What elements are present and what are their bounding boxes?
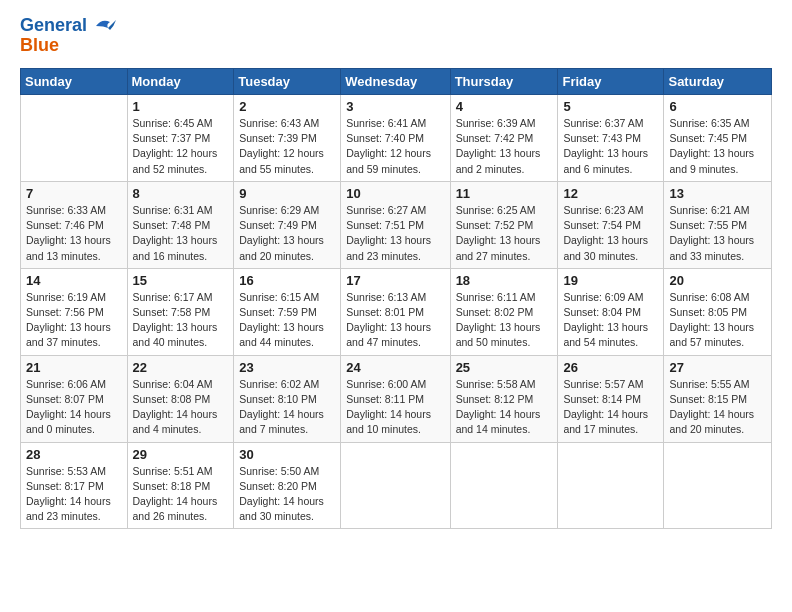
day-info: Sunrise: 6:09 AMSunset: 8:04 PMDaylight:… — [563, 290, 658, 351]
day-info: Sunrise: 6:33 AMSunset: 7:46 PMDaylight:… — [26, 203, 122, 264]
day-number: 9 — [239, 186, 335, 201]
calendar-cell: 9Sunrise: 6:29 AMSunset: 7:49 PMDaylight… — [234, 181, 341, 268]
day-info: Sunrise: 6:15 AMSunset: 7:59 PMDaylight:… — [239, 290, 335, 351]
day-info: Sunrise: 6:04 AMSunset: 8:08 PMDaylight:… — [133, 377, 229, 438]
weekday-header-saturday: Saturday — [664, 69, 772, 95]
weekday-header-friday: Friday — [558, 69, 664, 95]
day-number: 4 — [456, 99, 553, 114]
calendar-week-row: 7Sunrise: 6:33 AMSunset: 7:46 PMDaylight… — [21, 181, 772, 268]
calendar-cell — [21, 95, 128, 182]
logo-content: General Blue — [20, 16, 116, 56]
calendar-cell: 15Sunrise: 6:17 AMSunset: 7:58 PMDayligh… — [127, 268, 234, 355]
calendar-cell: 4Sunrise: 6:39 AMSunset: 7:42 PMDaylight… — [450, 95, 558, 182]
day-info: Sunrise: 6:37 AMSunset: 7:43 PMDaylight:… — [563, 116, 658, 177]
day-number: 17 — [346, 273, 444, 288]
day-info: Sunrise: 6:00 AMSunset: 8:11 PMDaylight:… — [346, 377, 444, 438]
day-number: 11 — [456, 186, 553, 201]
day-number: 19 — [563, 273, 658, 288]
day-info: Sunrise: 6:23 AMSunset: 7:54 PMDaylight:… — [563, 203, 658, 264]
day-number: 8 — [133, 186, 229, 201]
calendar-cell: 23Sunrise: 6:02 AMSunset: 8:10 PMDayligh… — [234, 355, 341, 442]
day-info: Sunrise: 6:06 AMSunset: 8:07 PMDaylight:… — [26, 377, 122, 438]
calendar-cell: 30Sunrise: 5:50 AMSunset: 8:20 PMDayligh… — [234, 442, 341, 529]
calendar-cell: 2Sunrise: 6:43 AMSunset: 7:39 PMDaylight… — [234, 95, 341, 182]
day-info: Sunrise: 6:19 AMSunset: 7:56 PMDaylight:… — [26, 290, 122, 351]
day-info: Sunrise: 6:17 AMSunset: 7:58 PMDaylight:… — [133, 290, 229, 351]
day-number: 29 — [133, 447, 229, 462]
calendar-cell: 28Sunrise: 5:53 AMSunset: 8:17 PMDayligh… — [21, 442, 128, 529]
day-info: Sunrise: 5:51 AMSunset: 8:18 PMDaylight:… — [133, 464, 229, 525]
calendar-cell: 21Sunrise: 6:06 AMSunset: 8:07 PMDayligh… — [21, 355, 128, 442]
calendar-cell: 22Sunrise: 6:04 AMSunset: 8:08 PMDayligh… — [127, 355, 234, 442]
day-info: Sunrise: 5:53 AMSunset: 8:17 PMDaylight:… — [26, 464, 122, 525]
calendar-week-row: 28Sunrise: 5:53 AMSunset: 8:17 PMDayligh… — [21, 442, 772, 529]
calendar-cell: 6Sunrise: 6:35 AMSunset: 7:45 PMDaylight… — [664, 95, 772, 182]
logo: General Blue — [20, 16, 116, 56]
calendar-cell: 20Sunrise: 6:08 AMSunset: 8:05 PMDayligh… — [664, 268, 772, 355]
calendar-cell — [664, 442, 772, 529]
day-number: 5 — [563, 99, 658, 114]
calendar-cell: 24Sunrise: 6:00 AMSunset: 8:11 PMDayligh… — [341, 355, 450, 442]
calendar-cell: 16Sunrise: 6:15 AMSunset: 7:59 PMDayligh… — [234, 268, 341, 355]
day-number: 6 — [669, 99, 766, 114]
day-info: Sunrise: 6:39 AMSunset: 7:42 PMDaylight:… — [456, 116, 553, 177]
calendar-cell: 12Sunrise: 6:23 AMSunset: 7:54 PMDayligh… — [558, 181, 664, 268]
day-info: Sunrise: 5:55 AMSunset: 8:15 PMDaylight:… — [669, 377, 766, 438]
calendar-table: SundayMondayTuesdayWednesdayThursdayFrid… — [20, 68, 772, 529]
calendar-cell: 11Sunrise: 6:25 AMSunset: 7:52 PMDayligh… — [450, 181, 558, 268]
calendar-cell: 7Sunrise: 6:33 AMSunset: 7:46 PMDaylight… — [21, 181, 128, 268]
day-number: 22 — [133, 360, 229, 375]
day-number: 13 — [669, 186, 766, 201]
weekday-header-wednesday: Wednesday — [341, 69, 450, 95]
calendar-cell: 25Sunrise: 5:58 AMSunset: 8:12 PMDayligh… — [450, 355, 558, 442]
day-info: Sunrise: 5:57 AMSunset: 8:14 PMDaylight:… — [563, 377, 658, 438]
day-number: 2 — [239, 99, 335, 114]
day-number: 16 — [239, 273, 335, 288]
weekday-header-sunday: Sunday — [21, 69, 128, 95]
day-info: Sunrise: 6:35 AMSunset: 7:45 PMDaylight:… — [669, 116, 766, 177]
calendar-cell: 29Sunrise: 5:51 AMSunset: 8:18 PMDayligh… — [127, 442, 234, 529]
day-info: Sunrise: 6:29 AMSunset: 7:49 PMDaylight:… — [239, 203, 335, 264]
calendar-cell: 3Sunrise: 6:41 AMSunset: 7:40 PMDaylight… — [341, 95, 450, 182]
day-number: 14 — [26, 273, 122, 288]
calendar-cell: 1Sunrise: 6:45 AMSunset: 7:37 PMDaylight… — [127, 95, 234, 182]
calendar-cell — [558, 442, 664, 529]
day-number: 28 — [26, 447, 122, 462]
weekday-header-thursday: Thursday — [450, 69, 558, 95]
calendar-cell — [450, 442, 558, 529]
day-number: 24 — [346, 360, 444, 375]
calendar-week-row: 21Sunrise: 6:06 AMSunset: 8:07 PMDayligh… — [21, 355, 772, 442]
day-number: 7 — [26, 186, 122, 201]
day-number: 15 — [133, 273, 229, 288]
day-info: Sunrise: 5:58 AMSunset: 8:12 PMDaylight:… — [456, 377, 553, 438]
weekday-header-monday: Monday — [127, 69, 234, 95]
day-info: Sunrise: 6:08 AMSunset: 8:05 PMDaylight:… — [669, 290, 766, 351]
day-info: Sunrise: 6:27 AMSunset: 7:51 PMDaylight:… — [346, 203, 444, 264]
day-number: 18 — [456, 273, 553, 288]
day-number: 30 — [239, 447, 335, 462]
day-info: Sunrise: 6:02 AMSunset: 8:10 PMDaylight:… — [239, 377, 335, 438]
day-info: Sunrise: 6:21 AMSunset: 7:55 PMDaylight:… — [669, 203, 766, 264]
day-info: Sunrise: 6:45 AMSunset: 7:37 PMDaylight:… — [133, 116, 229, 177]
day-info: Sunrise: 6:43 AMSunset: 7:39 PMDaylight:… — [239, 116, 335, 177]
day-number: 10 — [346, 186, 444, 201]
page: General Blue SundayMondayTuesd — [0, 0, 792, 539]
logo-text: General Blue — [20, 16, 116, 56]
calendar-cell: 13Sunrise: 6:21 AMSunset: 7:55 PMDayligh… — [664, 181, 772, 268]
calendar-cell: 17Sunrise: 6:13 AMSunset: 8:01 PMDayligh… — [341, 268, 450, 355]
day-info: Sunrise: 6:13 AMSunset: 8:01 PMDaylight:… — [346, 290, 444, 351]
calendar-cell: 27Sunrise: 5:55 AMSunset: 8:15 PMDayligh… — [664, 355, 772, 442]
calendar-cell: 14Sunrise: 6:19 AMSunset: 7:56 PMDayligh… — [21, 268, 128, 355]
calendar-cell: 10Sunrise: 6:27 AMSunset: 7:51 PMDayligh… — [341, 181, 450, 268]
calendar-cell: 5Sunrise: 6:37 AMSunset: 7:43 PMDaylight… — [558, 95, 664, 182]
day-number: 25 — [456, 360, 553, 375]
day-number: 23 — [239, 360, 335, 375]
logo-blue: Blue — [20, 36, 116, 56]
day-number: 27 — [669, 360, 766, 375]
logo-bird-icon — [94, 16, 116, 36]
day-info: Sunrise: 5:50 AMSunset: 8:20 PMDaylight:… — [239, 464, 335, 525]
calendar-week-row: 14Sunrise: 6:19 AMSunset: 7:56 PMDayligh… — [21, 268, 772, 355]
day-info: Sunrise: 6:25 AMSunset: 7:52 PMDaylight:… — [456, 203, 553, 264]
day-number: 3 — [346, 99, 444, 114]
calendar-week-row: 1Sunrise: 6:45 AMSunset: 7:37 PMDaylight… — [21, 95, 772, 182]
